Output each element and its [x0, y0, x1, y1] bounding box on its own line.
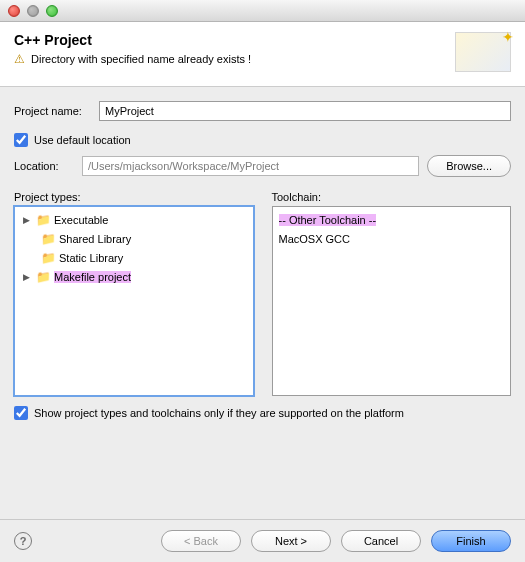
folder-icon: 📁 [41, 231, 56, 248]
project-type-item[interactable]: ▶📁Makefile project [17, 268, 251, 287]
cancel-button[interactable]: Cancel [341, 530, 421, 552]
chevron-right-icon: ▶ [23, 269, 33, 286]
warning-text: Directory with specified name already ex… [31, 53, 251, 65]
warning-icon: ⚠ [14, 52, 25, 66]
wizard-banner-icon [455, 32, 511, 72]
project-type-item[interactable]: 📁Shared Library [17, 230, 251, 249]
folder-icon: 📁 [41, 250, 56, 267]
page-title: C++ Project [14, 32, 251, 48]
project-type-item[interactable]: 📁Static Library [17, 249, 251, 268]
project-types-label: Project types: [14, 191, 254, 203]
help-icon[interactable]: ? [14, 532, 32, 550]
project-type-item[interactable]: ▶📁Executable [17, 211, 251, 230]
toolchain-item[interactable]: MacOSX GCC [275, 230, 509, 249]
next-button[interactable]: Next > [251, 530, 331, 552]
wizard-footer: ? < Back Next > Cancel Finish [0, 519, 525, 562]
browse-button[interactable]: Browse... [427, 155, 511, 177]
project-types-list[interactable]: ▶📁Executable📁Shared Library📁Static Libra… [14, 206, 254, 396]
folder-icon: 📁 [36, 212, 51, 229]
use-default-location-checkbox[interactable] [14, 133, 28, 147]
use-default-location-label: Use default location [34, 134, 131, 146]
folder-icon: 📁 [36, 269, 51, 286]
project-name-label: Project name: [14, 105, 99, 117]
project-name-input[interactable] [99, 101, 511, 121]
zoom-icon[interactable] [46, 5, 58, 17]
toolchain-list[interactable]: -- Other Toolchain --MacOSX GCC [272, 206, 512, 396]
tree-item-label: Shared Library [59, 231, 131, 248]
toolchain-label: Toolchain: [272, 191, 512, 203]
chevron-right-icon: ▶ [23, 212, 33, 229]
location-label: Location: [14, 160, 74, 172]
tree-item-label: Executable [54, 212, 108, 229]
close-icon[interactable] [8, 5, 20, 17]
show-supported-label: Show project types and toolchains only i… [34, 407, 404, 419]
minimize-icon[interactable] [27, 5, 39, 17]
toolchain-item[interactable]: -- Other Toolchain -- [275, 211, 509, 230]
tree-item-label: Makefile project [54, 269, 131, 286]
back-button[interactable]: < Back [161, 530, 241, 552]
titlebar [0, 0, 525, 22]
finish-button[interactable]: Finish [431, 530, 511, 552]
wizard-header: C++ Project ⚠ Directory with specified n… [0, 22, 525, 87]
tree-item-label: Static Library [59, 250, 123, 267]
location-input [82, 156, 419, 176]
show-supported-checkbox[interactable] [14, 406, 28, 420]
